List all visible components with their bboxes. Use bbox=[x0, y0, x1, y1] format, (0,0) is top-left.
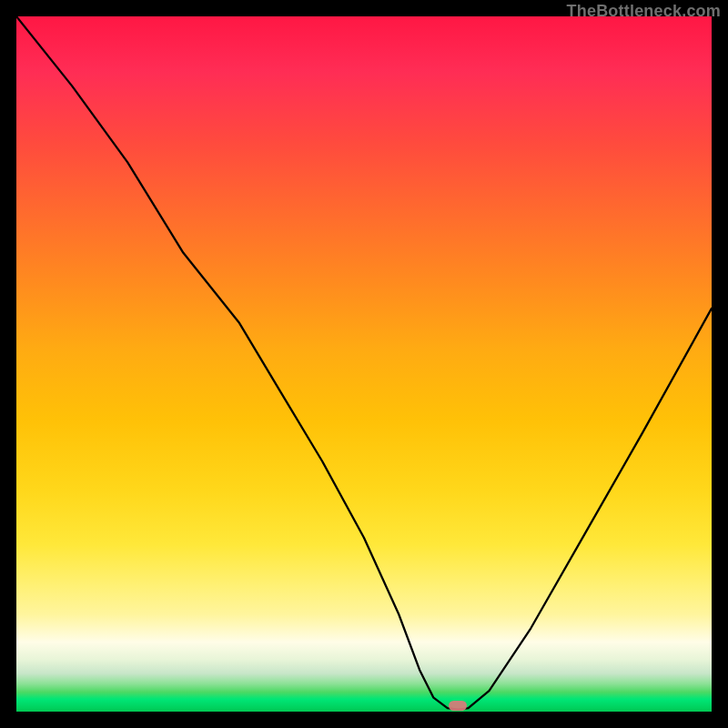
bottleneck-curve bbox=[16, 16, 712, 712]
bottleneck-curve-path bbox=[16, 16, 712, 710]
chart-plot-area bbox=[16, 16, 712, 712]
chart-frame: TheBottleneck.com bbox=[0, 0, 728, 728]
watermark-label: TheBottleneck.com bbox=[567, 2, 721, 21]
optimal-marker bbox=[449, 701, 467, 711]
